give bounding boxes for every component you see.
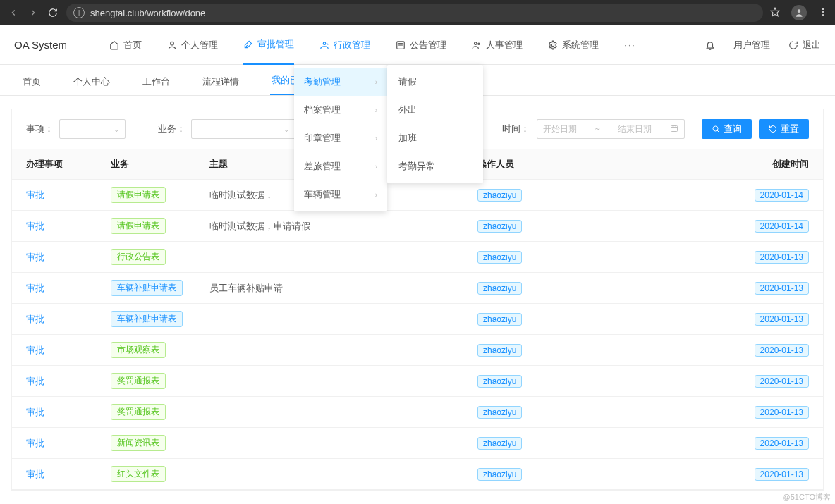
forward-icon[interactable] [27, 6, 39, 19]
time-label: 时间： [502, 123, 530, 135]
submenu-exception[interactable]: 考勤异常 [387, 152, 483, 180]
tab-personal[interactable]: 个人中心 [72, 75, 111, 95]
action-link[interactable]: 审批 [26, 220, 111, 233]
site-info-icon[interactable]: i [73, 7, 85, 18]
col-created: 创建时间 [689, 158, 809, 171]
action-link[interactable]: 审批 [26, 406, 111, 419]
nav-hr[interactable]: 人事管理 [472, 25, 523, 65]
bookmark-star-icon[interactable] [770, 7, 780, 19]
biz-tag: 市场观察表 [111, 342, 166, 358]
dropdown-label: 档案管理 [304, 104, 341, 116]
nav-approval[interactable]: 审批管理 [243, 25, 294, 65]
action-link[interactable]: 审批 [26, 437, 111, 450]
bell-icon[interactable] [705, 40, 715, 50]
biz-tag: 请假申请表 [111, 218, 166, 234]
business-select[interactable]: ⌄ [191, 119, 295, 139]
nav-notice[interactable]: 公告管理 [396, 25, 446, 65]
reset-icon [769, 125, 777, 133]
action-link[interactable]: 审批 [26, 375, 111, 388]
table-row: 审批车辆补贴申请表员工车辆补贴申请zhaoziyu2020-01-13 [12, 273, 823, 304]
url-text: shengtai.club/workflow/done [90, 8, 205, 18]
chevron-right-icon: › [375, 135, 377, 142]
submenu-outgoing[interactable]: 外出 [387, 96, 483, 124]
nav-personal-label: 个人管理 [181, 39, 218, 51]
end-date-placeholder: 结束日期 [618, 123, 652, 135]
tab-workbench[interactable]: 工作台 [141, 75, 171, 95]
reset-button[interactable]: 重置 [759, 119, 809, 139]
table-row: 审批红头文件表zhaoziyu2020-01-13 [12, 459, 823, 490]
action-link[interactable]: 审批 [26, 313, 111, 326]
calendar-icon [670, 124, 678, 135]
matter-label: 事项： [26, 123, 54, 135]
date-tag: 2020-01-13 [755, 468, 809, 481]
date-tag: 2020-01-14 [755, 189, 809, 202]
table-row: 审批行政公告表zhaoziyu2020-01-13 [12, 242, 823, 273]
submenu-overtime[interactable]: 加班 [387, 124, 483, 152]
subject-cell: 员工车辆补贴申请 [209, 282, 477, 295]
tab-flowdetail[interactable]: 流程详情 [201, 75, 240, 95]
dropdown-item-archive[interactable]: 档案管理 › [294, 96, 387, 124]
query-button[interactable]: 查询 [702, 119, 752, 139]
submenu-leave[interactable]: 请假 [387, 68, 483, 96]
nav-approval-label: 审批管理 [257, 38, 294, 51]
back-icon[interactable] [7, 6, 20, 19]
dropdown-item-seal[interactable]: 印章管理 › [294, 124, 387, 152]
nav-system-label: 系统管理 [562, 39, 599, 51]
svg-point-1 [798, 9, 801, 13]
nav-more[interactable]: ··· [624, 39, 636, 50]
business-label: 业务： [158, 123, 185, 135]
svg-point-4 [822, 13, 824, 15]
reset-label: 重置 [781, 123, 799, 135]
start-date-placeholder: 开始日期 [543, 123, 577, 135]
action-link[interactable]: 审批 [26, 251, 111, 264]
dropdown-item-travel[interactable]: 差旅管理 › [294, 152, 387, 180]
admin-dropdown: 考勤管理 › 档案管理 › 印章管理 › 差旅管理 › 车辆管理 › [294, 65, 387, 211]
col-action: 办理事项 [26, 158, 111, 171]
date-range-picker[interactable]: 开始日期 ~ 结束日期 [537, 119, 685, 139]
profile-avatar-icon[interactable] [791, 5, 807, 20]
col-business: 业务 [111, 158, 209, 171]
subject-cell: 临时测试数据，申请请假 [209, 220, 477, 233]
app-header: OA System 首页 个人管理 审批管理 行政管理 公告管理 人事管理 系统… [0, 25, 835, 65]
svg-point-11 [478, 43, 480, 44]
user-tag: zhaoziyu [477, 468, 522, 481]
user-tag: zhaoziyu [477, 220, 522, 233]
svg-point-10 [475, 42, 477, 44]
search-icon [712, 125, 720, 133]
browser-toolbar: i shengtai.club/workflow/done [0, 0, 835, 25]
user-mgmt-link[interactable]: 用户管理 [733, 39, 770, 51]
dropdown-item-vehicle[interactable]: 车辆管理 › [294, 180, 387, 209]
browser-menu-icon[interactable] [818, 7, 828, 19]
svg-line-18 [717, 130, 719, 133]
table-row: 审批请假申请表临时测试数据，申请请假zhaoziyu2020-01-14 [12, 211, 823, 242]
matter-select[interactable]: ⌄ [59, 119, 126, 139]
nav-personal[interactable]: 个人管理 [167, 25, 218, 65]
tab-home[interactable]: 首页 [21, 75, 42, 95]
svg-point-12 [551, 44, 554, 47]
dropdown-item-attendance[interactable]: 考勤管理 › [294, 68, 387, 96]
biz-tag: 请假申请表 [111, 187, 166, 203]
user-tag: zhaoziyu [477, 344, 522, 357]
action-link[interactable]: 审批 [26, 468, 111, 481]
svg-point-6 [323, 42, 326, 44]
biz-tag: 车辆补贴申请表 [111, 311, 183, 327]
action-link[interactable]: 审批 [26, 189, 111, 202]
address-bar[interactable]: i shengtai.club/workflow/done [66, 4, 763, 22]
biz-tag: 奖罚通报表 [111, 373, 166, 389]
user-tag: zhaoziyu [477, 189, 522, 202]
nav-notice-label: 公告管理 [410, 39, 446, 51]
dropdown-label: 车辆管理 [304, 188, 341, 201]
table-row: 审批市场观察表zhaoziyu2020-01-13 [12, 335, 823, 366]
user-tag: zhaoziyu [477, 313, 522, 326]
user-tag: zhaoziyu [477, 251, 522, 264]
table-row: 审批新闻资讯表zhaoziyu2020-01-13 [12, 428, 823, 459]
nav-system[interactable]: 系统管理 [548, 25, 599, 65]
action-link[interactable]: 审批 [26, 282, 111, 295]
reload-icon[interactable] [47, 6, 59, 19]
action-link[interactable]: 审批 [26, 344, 111, 357]
attendance-submenu: 请假 外出 加班 考勤异常 [387, 65, 483, 183]
date-tag: 2020-01-13 [755, 437, 809, 450]
nav-home[interactable]: 首页 [109, 25, 142, 65]
nav-admin[interactable]: 行政管理 [319, 25, 370, 65]
logout-link[interactable]: 退出 [788, 39, 821, 51]
